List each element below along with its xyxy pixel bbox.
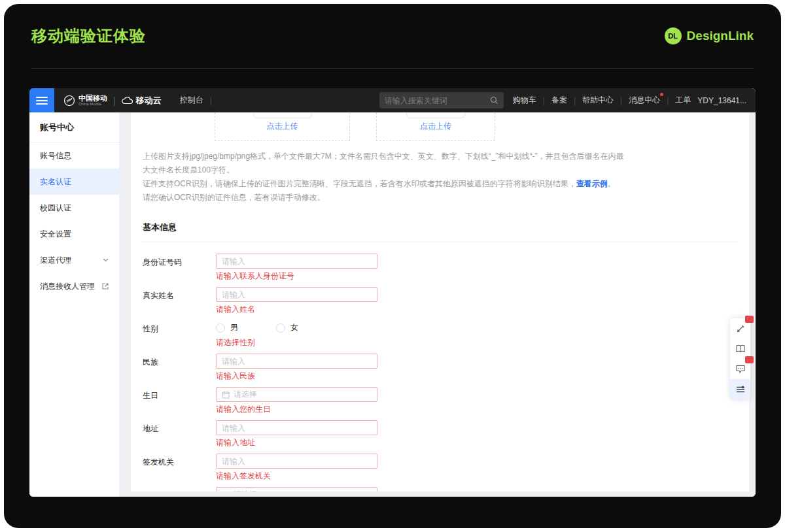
upload-note-1: 上传图片支持jpg/jpeg/bmp/png格式，单个文件最大7M；文件名需只包…: [143, 150, 630, 177]
nav-item-ticket[interactable]: 工单: [675, 95, 691, 106]
list-icon: [736, 386, 745, 393]
view-example-link[interactable]: 查看示例: [576, 179, 608, 188]
sidebar-item-channel-agent[interactable]: 渠道代理: [29, 247, 119, 273]
address-input[interactable]: [216, 420, 377, 435]
nav-item-filing[interactable]: 备案: [551, 95, 567, 106]
feedback-chat-button[interactable]: [730, 359, 750, 379]
radio-icon: [216, 324, 225, 333]
id-number-input[interactable]: [216, 254, 377, 269]
issuing-authority-input[interactable]: [216, 454, 377, 469]
china-mobile-en: China Mobile: [78, 102, 107, 106]
notification-dot: [660, 93, 663, 96]
notification-badge: [745, 356, 754, 363]
field-row-issuing-authority: 签发机关 请输入签发机关: [143, 454, 737, 487]
field-label: 民族: [143, 354, 216, 387]
content-area: 点击上传 点击上传 上传图片支持jpg/jpeg/bmp/png格式，单个文件最…: [119, 112, 756, 497]
comment-icon: [736, 365, 745, 373]
section-title-basic-info: 基本信息: [143, 222, 737, 233]
birthday-date-picker[interactable]: 请选择: [216, 387, 377, 402]
menu-list-button[interactable]: [730, 379, 750, 399]
upload-notes: 上传图片支持jpg/jpeg/bmp/png格式，单个文件最大7M；文件名需只包…: [143, 150, 630, 205]
page-title: 移动端验证体验: [31, 25, 146, 46]
field-label: 性别: [143, 320, 216, 354]
gender-radio-female[interactable]: 女: [276, 322, 298, 333]
field-error: 请选择性别: [216, 337, 298, 348]
field-error: 请输入民族: [216, 371, 377, 382]
field-row-real-name: 真实姓名 请输入姓名: [143, 287, 737, 320]
floating-toolbar: [730, 318, 750, 399]
ethnicity-input[interactable]: [216, 354, 377, 369]
field-error: 请输入签发机关: [216, 471, 377, 482]
field-label: 身份证号码: [143, 254, 216, 287]
sidebar-item-campus-auth[interactable]: 校园认证: [29, 195, 119, 221]
pencil-icon: [736, 324, 745, 333]
book-icon: [736, 344, 745, 353]
gender-radio-group: 男 女: [216, 320, 298, 335]
field-row-id-number: 身份证号码 请输入联系人身份证号: [143, 254, 737, 287]
upload-note-3: 请您确认OCR识别的证件信息，若有误请手动修改。: [143, 191, 630, 205]
upload-preview-outline: [406, 112, 465, 118]
sidebar: 账号中心 账号信息 实名认证 校园认证 安全设置 渠道代理 消息接收人管理: [29, 112, 119, 497]
validity-date-picker[interactable]: 请选择: [216, 487, 377, 491]
brand-name: DesignLink: [687, 29, 754, 43]
sidebar-item-message-recipients[interactable]: 消息接收人管理: [29, 273, 119, 299]
upload-back-button[interactable]: 点击上传: [376, 112, 495, 141]
basic-info-form: 身份证号码 请输入联系人身份证号 真实姓名 请输入姓名: [143, 254, 737, 491]
sidebar-title: 账号中心: [29, 112, 119, 142]
chevron-down-icon: [103, 258, 109, 262]
upload-note-2: 证件支持OCR识别，请确保上传的证件图片完整清晰、字段无遮挡，若含有水印或者其他…: [143, 177, 630, 191]
field-label: 地址: [143, 420, 216, 454]
feedback-edit-button[interactable]: [730, 318, 750, 339]
calendar-icon: [222, 491, 230, 492]
search-icon[interactable]: [490, 96, 498, 105]
upload-row: 点击上传 点击上传: [215, 112, 737, 141]
sidebar-item-realname-auth[interactable]: 实名认证: [29, 169, 119, 195]
upload-front-button[interactable]: 点击上传: [215, 112, 350, 141]
menu-icon[interactable]: [29, 88, 54, 112]
china-mobile-zh: 中国移动: [78, 95, 107, 103]
username[interactable]: YDY_13641...: [697, 96, 746, 105]
china-mobile-logo: 中国移动 China Mobile: [63, 95, 107, 107]
field-error: 请输入联系人身份证号: [216, 271, 377, 282]
field-label: 签发机关: [143, 454, 216, 487]
radio-icon: [276, 324, 285, 333]
nav-links: 购物车 | 备案 | 帮助中心 | 消息中心 | 工单 YDY_13641...: [513, 95, 746, 106]
sidebar-item-security-settings[interactable]: 安全设置: [29, 221, 119, 247]
field-label: 生日: [143, 387, 216, 420]
globe-icon: [63, 95, 75, 107]
console-window: 中国移动 China Mobile | 移动云 控制台 |: [29, 88, 756, 497]
top-navbar: 中国移动 China Mobile | 移动云 控制台 |: [29, 88, 756, 112]
field-error: 请输入您的生日: [216, 404, 377, 415]
cloud-icon: [122, 96, 133, 105]
upload-preview-outline: [253, 112, 312, 118]
console-link[interactable]: 控制台: [180, 95, 203, 106]
field-row-address: 地址 请输入地址: [143, 420, 737, 454]
search-box[interactable]: [379, 92, 504, 108]
frame-header: 移动端验证体验 DL DesignLink: [31, 4, 754, 69]
search-input[interactable]: [385, 96, 490, 105]
real-name-input[interactable]: [216, 287, 377, 302]
nav-divider: |: [210, 96, 212, 105]
window-body: 账号中心 账号信息 实名认证 校园认证 安全设置 渠道代理 消息接收人管理: [29, 112, 756, 497]
external-link-icon: [102, 283, 109, 290]
logo-divider: |: [113, 95, 116, 106]
notification-badge: [745, 316, 754, 323]
field-label: 有效期限: [143, 487, 216, 491]
field-row-gender: 性别 男 女 请选择性别: [143, 320, 737, 354]
presentation-frame: 移动端验证体验 DL DesignLink 中国移动 China Mobile: [4, 4, 781, 528]
sidebar-item-account-info[interactable]: 账号信息: [29, 142, 119, 169]
nav-item-help-center[interactable]: 帮助中心: [582, 95, 614, 106]
field-row-validity-period: 有效期限 请选择 请输入证件过期时间: [143, 487, 737, 491]
brand-logo: DL DesignLink: [665, 27, 754, 44]
field-error: 请输入地址: [216, 437, 377, 448]
mobile-cloud-logo: 移动云: [122, 95, 162, 107]
calendar-icon: [222, 391, 230, 399]
brand-badge-icon: DL: [665, 27, 682, 44]
nav-item-cart[interactable]: 购物车: [513, 95, 536, 106]
gender-radio-male[interactable]: 男: [216, 322, 238, 333]
field-label: 真实姓名: [143, 287, 216, 320]
logo-group[interactable]: 中国移动 China Mobile | 移动云: [63, 95, 162, 107]
section-divider: [143, 242, 737, 242]
field-row-ethnicity: 民族 请输入民族: [143, 354, 737, 387]
nav-item-message-center[interactable]: 消息中心: [629, 95, 660, 106]
